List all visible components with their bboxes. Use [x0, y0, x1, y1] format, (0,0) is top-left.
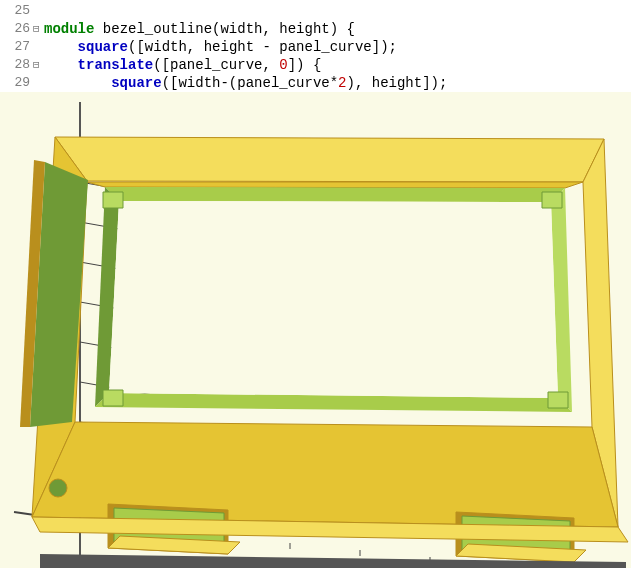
svg-marker-29	[542, 192, 562, 208]
svg-marker-30	[103, 390, 123, 406]
svg-marker-19	[87, 182, 583, 188]
svg-point-41	[49, 479, 67, 497]
code-editor[interactable]: 2526272829 ⊟ ⊟ module bezel_outline(widt…	[0, 0, 631, 92]
fold-toggle[interactable]: ⊟	[33, 56, 44, 74]
svg-marker-18	[55, 137, 604, 182]
fold-toggle[interactable]: ⊟	[33, 20, 44, 38]
svg-marker-31	[548, 392, 568, 408]
3d-scene	[0, 92, 631, 568]
svg-marker-23	[105, 187, 565, 202]
svg-marker-27	[109, 201, 558, 398]
line-number-gutter: 2526272829	[0, 2, 32, 92]
code-area[interactable]: module bezel_outline(width, height) { sq…	[44, 2, 631, 92]
fold-column[interactable]: ⊟ ⊟	[32, 2, 44, 92]
svg-marker-28	[103, 192, 123, 208]
3d-viewport[interactable]	[0, 92, 631, 568]
